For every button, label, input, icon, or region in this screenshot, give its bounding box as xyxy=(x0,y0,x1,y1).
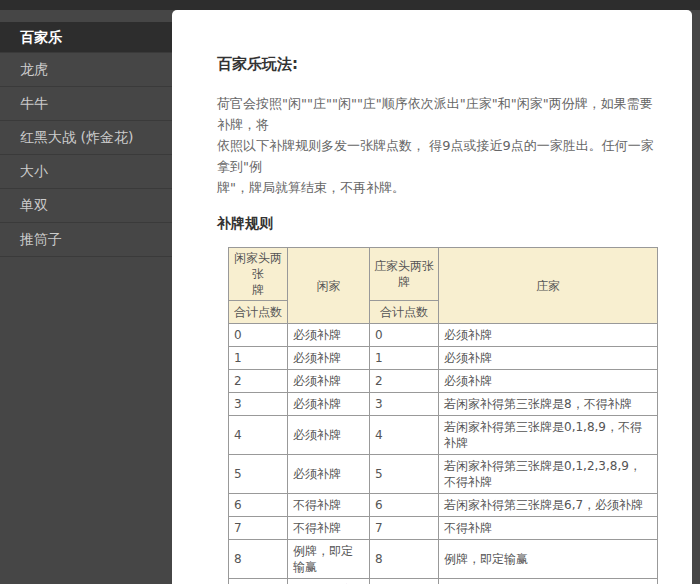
rules-paragraph-line-3: 牌"，牌局就算结束，不再补牌。 xyxy=(217,177,664,198)
player-action-cell: 必须补牌 xyxy=(288,416,370,455)
player-action-cell: 必须补牌 xyxy=(288,324,370,347)
banker-total-cell: 9 xyxy=(370,579,439,584)
table-row: 8 例牌，即定输赢 8 例牌，即定输赢 xyxy=(229,540,658,579)
banker-action-cell: 若闲家补得第三张牌是6,7，必须补牌 xyxy=(439,494,658,517)
table-row: 9 例牌，即定输赢 9 例牌，即定输赢 xyxy=(229,579,658,584)
header-banker: 庄家 xyxy=(439,248,658,324)
sidebar-item-push-tube[interactable]: 推筒子 xyxy=(0,223,172,257)
player-action-cell: 例牌，即定输赢 xyxy=(288,579,370,584)
banker-total-cell: 1 xyxy=(370,347,439,370)
sidebar-item-odd-even[interactable]: 单双 xyxy=(0,189,172,223)
player-total-cell: 4 xyxy=(229,416,288,455)
banker-total-cell: 6 xyxy=(370,494,439,517)
content-panel: 百家乐玩法: 荷官会按照"闲""庄""闲""庄"顺序依次派出"庄家"和"闲家"两… xyxy=(172,10,692,584)
banker-total-cell: 0 xyxy=(370,324,439,347)
header-banker-total: 合计点数 xyxy=(370,301,439,324)
rules-paragraph-line-2: 依照以下补牌规则多发一张牌点数， 得9点或接近9点的一家胜出。任何一家拿到"例 xyxy=(217,135,664,177)
table-row: 4 必须补牌 4 若闲家补得第三张牌是0,1,8,9，不得补牌 xyxy=(229,416,658,455)
header-player-total: 合计点数 xyxy=(229,301,288,324)
header-player-two-cards: 闲家头两张 牌 xyxy=(229,248,288,301)
player-total-cell: 9 xyxy=(229,579,288,584)
banker-action-cell: 必须补牌 xyxy=(439,324,658,347)
player-total-cell: 0 xyxy=(229,324,288,347)
player-action-cell: 不得补牌 xyxy=(288,494,370,517)
banker-total-cell: 7 xyxy=(370,517,439,540)
player-action-cell: 必须补牌 xyxy=(288,393,370,416)
sidebar-item-niuniu[interactable]: 牛牛 xyxy=(0,87,172,121)
player-action-cell: 必须补牌 xyxy=(288,455,370,494)
banker-total-cell: 5 xyxy=(370,455,439,494)
player-action-cell: 必须补牌 xyxy=(288,347,370,370)
page-title: 百家乐玩法: xyxy=(217,55,664,73)
sidebar-item-red-black-war[interactable]: 红黑大战 (炸金花) xyxy=(0,121,172,155)
table-row: 7 不得补牌 7 不得补牌 xyxy=(229,517,658,540)
player-total-cell: 8 xyxy=(229,540,288,579)
player-action-cell: 不得补牌 xyxy=(288,517,370,540)
banker-action-cell: 若闲家补得第三张牌是0,1,2,3,8,9，不得补牌 xyxy=(439,455,658,494)
banker-total-cell: 4 xyxy=(370,416,439,455)
player-total-cell: 6 xyxy=(229,494,288,517)
player-total-cell: 1 xyxy=(229,347,288,370)
player-total-cell: 5 xyxy=(229,455,288,494)
player-total-cell: 2 xyxy=(229,370,288,393)
sidebar-nav: 百家乐 龙虎 牛牛 红黑大战 (炸金花) 大小 单双 推筒子 xyxy=(0,10,172,257)
sidebar: 百家乐 龙虎 牛牛 红黑大战 (炸金花) 大小 单双 推筒子 xyxy=(0,10,172,584)
player-action-cell: 必须补牌 xyxy=(288,370,370,393)
sidebar-item-baccarat[interactable]: 百家乐 xyxy=(0,22,172,53)
banker-action-cell: 必须补牌 xyxy=(439,347,658,370)
table-row: 1 必须补牌 1 必须补牌 xyxy=(229,347,658,370)
sidebar-item-dragon-tiger[interactable]: 龙虎 xyxy=(0,53,172,87)
table-row: 2 必须补牌 2 必须补牌 xyxy=(229,370,658,393)
table-row: 6 不得补牌 6 若闲家补得第三张牌是6,7，必须补牌 xyxy=(229,494,658,517)
section-title-drawing-rules: 补牌规则 xyxy=(217,214,664,232)
player-total-cell: 7 xyxy=(229,517,288,540)
drawing-rules-table: 闲家头两张 牌 闲家 庄家头两张 牌 庄家 合计点数 合计点数 0 必须补牌 0… xyxy=(228,247,658,584)
player-action-cell: 例牌，即定输赢 xyxy=(288,540,370,579)
sidebar-item-big-small[interactable]: 大小 xyxy=(0,155,172,189)
banker-action-cell: 例牌，即定输赢 xyxy=(439,579,658,584)
banker-total-cell: 3 xyxy=(370,393,439,416)
banker-action-cell: 若闲家补得第三张牌是0,1,8,9，不得补牌 xyxy=(439,416,658,455)
banker-action-cell: 不得补牌 xyxy=(439,517,658,540)
banker-total-cell: 8 xyxy=(370,540,439,579)
top-bar xyxy=(0,0,700,10)
rules-paragraph: 荷官会按照"闲""庄""闲""庄"顺序依次派出"庄家"和"闲家"两份牌，如果需要… xyxy=(217,93,664,198)
header-player: 闲家 xyxy=(288,248,370,324)
banker-total-cell: 2 xyxy=(370,370,439,393)
player-total-cell: 3 xyxy=(229,393,288,416)
rules-paragraph-line-1: 荷官会按照"闲""庄""闲""庄"顺序依次派出"庄家"和"闲家"两份牌，如果需要… xyxy=(217,93,664,135)
table-row: 0 必须补牌 0 必须补牌 xyxy=(229,324,658,347)
table-row: 3 必须补牌 3 若闲家补得第三张牌是8，不得补牌 xyxy=(229,393,658,416)
table-row: 5 必须补牌 5 若闲家补得第三张牌是0,1,2,3,8,9，不得补牌 xyxy=(229,455,658,494)
header-banker-two-cards: 庄家头两张 牌 xyxy=(370,248,439,301)
banker-action-cell: 例牌，即定输赢 xyxy=(439,540,658,579)
banker-action-cell: 必须补牌 xyxy=(439,370,658,393)
banker-action-cell: 若闲家补得第三张牌是8，不得补牌 xyxy=(439,393,658,416)
